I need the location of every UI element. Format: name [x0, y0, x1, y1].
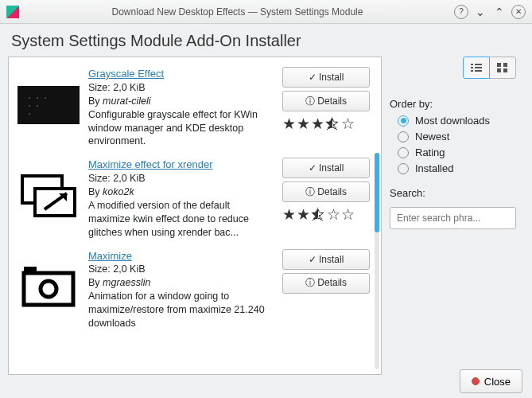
- svg-rect-21: [503, 63, 507, 67]
- details-button[interactable]: ⓘ Details: [282, 91, 370, 111]
- addon-list: Grayscale Effect Size: 2,0 KiB By murat-…: [8, 57, 382, 375]
- svg-rect-22: [497, 68, 501, 72]
- radio-icon: [398, 115, 409, 127]
- view-list-button[interactable]: [463, 57, 490, 79]
- svg-rect-11: [24, 273, 73, 305]
- radio-icon: [398, 131, 409, 142]
- install-button[interactable]: ✓ Install: [282, 158, 370, 178]
- close-window-button[interactable]: ✕: [511, 5, 526, 19]
- svg-point-4: [29, 105, 30, 107]
- order-by-label: Order by:: [390, 98, 516, 110]
- maximize-button[interactable]: ⌃: [492, 5, 507, 19]
- svg-rect-20: [497, 63, 501, 67]
- item-title-link[interactable]: Maximize: [88, 250, 132, 262]
- sidebar: Order by: Most downloads Newest Rating I…: [382, 57, 524, 375]
- grid-view-icon: [497, 63, 508, 72]
- search-input[interactable]: [390, 207, 516, 229]
- rating-stars: ★★★⯪☆: [282, 115, 370, 133]
- item-author: murat-cileli: [103, 96, 150, 107]
- help-button[interactable]: ?: [454, 5, 468, 19]
- radio-icon: [398, 163, 409, 174]
- svg-point-2: [37, 97, 38, 99]
- details-button[interactable]: ⓘ Details: [282, 273, 370, 294]
- list-item: Maximize Size: 2,0 KiB By mgraesslin Ani…: [14, 244, 373, 335]
- radio-newest[interactable]: Newest: [398, 131, 516, 142]
- svg-rect-23: [503, 68, 507, 72]
- svg-rect-0: [17, 86, 80, 124]
- item-title-link[interactable]: Grayscale Effect: [88, 68, 164, 80]
- item-size: Size: 2,0 KiB: [88, 82, 146, 93]
- window-title: Download New Desktop Effects — System Se…: [25, 6, 449, 18]
- radio-most-downloads[interactable]: Most downloads: [398, 115, 516, 127]
- svg-point-12: [41, 281, 56, 297]
- svg-point-5: [37, 105, 38, 107]
- item-author: koko2k: [103, 186, 134, 197]
- item-thumbnail: [17, 263, 80, 311]
- item-thumbnail: [17, 172, 80, 220]
- install-button[interactable]: ✓ Install: [282, 67, 370, 88]
- rating-stars: ★★⯪☆☆: [282, 205, 370, 224]
- svg-rect-18: [475, 67, 482, 68]
- item-by: By: [88, 96, 103, 107]
- item-size: Size: 2,0 KiB: [88, 173, 146, 184]
- radio-rating[interactable]: Rating: [398, 146, 516, 158]
- radio-icon: [398, 147, 409, 158]
- svg-rect-15: [471, 67, 473, 68]
- search-label: Search:: [390, 187, 516, 199]
- view-grid-button[interactable]: [489, 57, 516, 79]
- item-size: Size: 2,0 KiB: [88, 263, 146, 275]
- item-description: A modified version of the default maximi…: [88, 200, 249, 238]
- list-item: Maximize effect for xrender Size: 2,0 Ki…: [14, 153, 373, 244]
- app-icon: [6, 6, 19, 18]
- scrollbar-thumb[interactable]: [375, 153, 379, 232]
- page-title: System Settings Module Add-On Installer: [11, 32, 521, 50]
- details-button[interactable]: ⓘ Details: [282, 181, 370, 202]
- svg-rect-13: [24, 267, 37, 275]
- svg-point-6: [29, 113, 30, 115]
- close-icon: [472, 377, 480, 385]
- svg-rect-17: [475, 64, 482, 65]
- item-author: mgraesslin: [103, 277, 150, 288]
- item-title-link[interactable]: Maximize effect for xrender: [88, 158, 213, 170]
- minimize-button[interactable]: ⌄: [473, 5, 487, 19]
- close-button[interactable]: Close: [460, 369, 522, 393]
- list-item: Grayscale Effect Size: 2,0 KiB By murat-…: [14, 62, 373, 153]
- list-view-icon: [471, 63, 482, 72]
- scrollbar[interactable]: [375, 153, 379, 369]
- item-by: By: [88, 277, 103, 288]
- svg-rect-14: [471, 64, 473, 65]
- item-description: Animation for a window going to maximize…: [88, 291, 265, 329]
- radio-installed[interactable]: Installed: [398, 162, 516, 174]
- page-header: System Settings Module Add-On Installer: [0, 24, 532, 57]
- item-by: By: [88, 186, 103, 197]
- item-thumbnail: [17, 81, 80, 129]
- svg-point-1: [29, 97, 30, 99]
- svg-rect-19: [475, 70, 482, 72]
- install-button[interactable]: ✓ Install: [282, 249, 370, 270]
- svg-rect-16: [471, 70, 473, 72]
- titlebar: Download New Desktop Effects — System Se…: [0, 0, 532, 24]
- svg-point-3: [45, 97, 46, 99]
- item-description: Configurable grayscale effect for KWin w…: [88, 109, 258, 147]
